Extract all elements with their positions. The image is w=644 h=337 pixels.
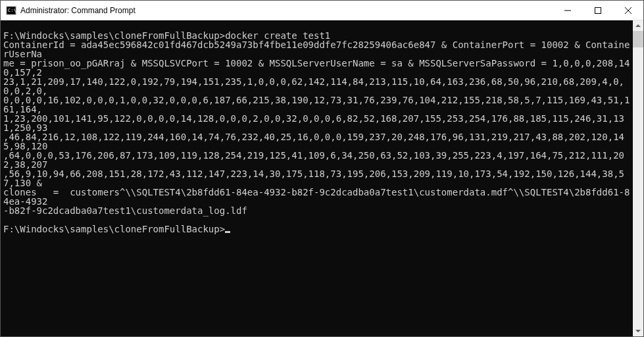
vertical-scrollbar[interactable] xyxy=(633,20,643,336)
scroll-down-arrow-icon[interactable] xyxy=(633,326,643,336)
output-line: 1,23,200,101,141,95,122,0,0,0,0,14,128,0… xyxy=(3,114,633,132)
output-line: ContainerId = ada45ec596842c01fd467dcb52… xyxy=(3,40,633,59)
maximize-button[interactable] xyxy=(583,1,613,20)
blank-line xyxy=(3,215,633,224)
output-line: me = prison_oo_pGARraj & MSSQLSVCPort = … xyxy=(3,59,633,77)
svg-marker-7 xyxy=(635,330,641,332)
svg-marker-6 xyxy=(635,24,641,27)
output-line: -b82f-9c2dcadba0a7test1\customerdata_log… xyxy=(3,206,633,215)
output-line: 23,1,21,209,17,140,122,0,192,79,194,151,… xyxy=(3,77,633,95)
prompt-line-1: F:\Windocks\samples\cloneFromFullBackup>… xyxy=(3,31,633,40)
titlebar[interactable]: C:\ Administrator: Command Prompt xyxy=(1,1,643,20)
output-line: clones = customers^\\SQLTEST4\2b8fdd61-8… xyxy=(3,188,633,206)
console-output[interactable]: F:\Windocks\samples\cloneFromFullBackup>… xyxy=(1,20,633,336)
cmd-icon: C:\ xyxy=(6,5,16,16)
blank-line xyxy=(3,22,633,31)
window-controls xyxy=(553,1,643,20)
text-cursor xyxy=(225,231,230,233)
prompt-line-2: F:\Windocks\samples\cloneFromFullBackup> xyxy=(3,224,633,234)
output-line: 0,0,0,0,16,102,0,0,0,1,0,0,32,0,0,0,6,18… xyxy=(3,95,633,114)
close-button[interactable] xyxy=(613,1,643,20)
prompt: F:\Windocks\samples\cloneFromFullBackup> xyxy=(3,224,225,234)
output-line: ,46,84,216,12,108,122,119,244,160,14,74,… xyxy=(3,132,633,151)
minimize-button[interactable] xyxy=(553,1,583,20)
svg-text:C:\: C:\ xyxy=(8,8,16,13)
scrollbar-thumb[interactable] xyxy=(633,31,643,47)
command-prompt-window: C:\ Administrator: Command Prompt F:\Win… xyxy=(0,0,644,337)
scrollbar-track[interactable] xyxy=(633,31,643,326)
console-wrap: F:\Windocks\samples\cloneFromFullBackup>… xyxy=(1,20,643,336)
scroll-up-arrow-icon[interactable] xyxy=(633,20,643,31)
svg-rect-3 xyxy=(595,7,601,13)
window-title: Administrator: Command Prompt xyxy=(20,6,553,15)
output-line: ,64,0,0,0,53,176,206,87,173,109,119,128,… xyxy=(3,151,633,169)
output-line: ,56,9,10,94,66,208,151,28,172,43,112,147… xyxy=(3,169,633,188)
